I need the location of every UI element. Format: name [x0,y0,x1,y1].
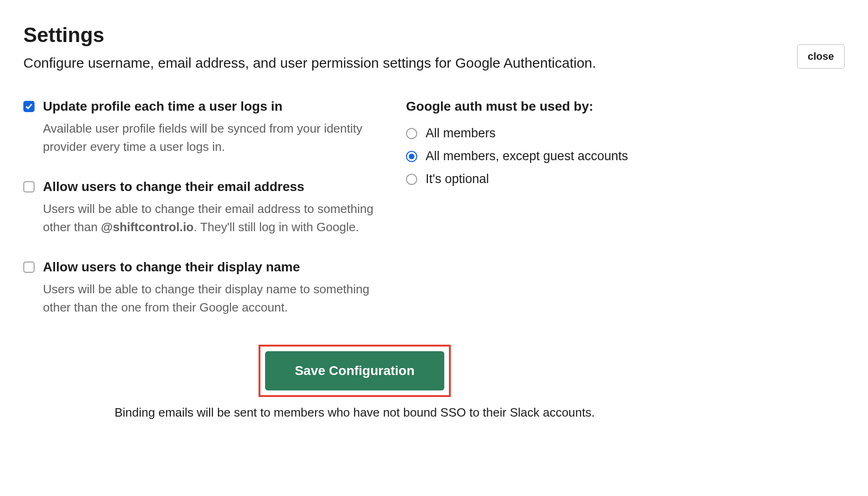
save-configuration-button[interactable]: Save Configuration [265,351,445,390]
change-display-label: Allow users to change their display name [43,260,387,275]
page-title: Settings [23,23,797,47]
radio-all-members[interactable]: All members [406,126,686,141]
close-button[interactable]: close [797,44,845,69]
page-subtitle: Configure username, email address, and u… [23,55,797,71]
save-highlight-box: Save Configuration [259,345,451,397]
radio-all-members-label: All members [426,126,496,141]
change-email-description: Users will be able to change their email… [43,200,384,236]
check-icon [25,103,33,110]
radio-all-members-button [406,128,417,139]
radio-except-guests-button [406,151,417,162]
radio-optional-label: It's optional [426,172,489,186]
radio-except-guests-label: All members, except guest accounts [426,149,628,163]
change-email-label: Allow users to change their email addres… [43,179,387,194]
radio-optional-button [406,174,417,185]
change-display-checkbox[interactable] [23,262,35,273]
change-email-domain: @shiftcontrol.io [101,220,194,234]
update-profile-checkbox[interactable] [23,101,35,112]
radio-except-guests[interactable]: All members, except guest accounts [406,149,686,163]
change-email-desc-suffix: . They'll still log in with Google. [194,220,359,234]
radio-heading: Google auth must be used by: [406,99,686,114]
change-display-description: Users will be able to change their displ… [43,280,384,317]
footer-note: Binding emails will be sent to members w… [23,405,686,420]
update-profile-label: Update profile each time a user logs in [43,99,387,114]
radio-optional[interactable]: It's optional [406,172,686,186]
change-email-checkbox[interactable] [23,181,35,192]
update-profile-description: Available user profile fields will be sy… [43,120,384,156]
